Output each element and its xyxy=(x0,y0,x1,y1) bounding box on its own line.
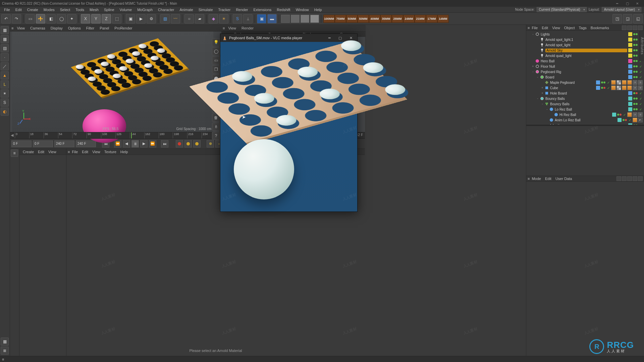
swatch-mode[interactable]: ▦ xyxy=(1,338,9,346)
visibility-dots[interactable] xyxy=(601,81,605,83)
visibility-dots[interactable] xyxy=(633,98,638,100)
render-settings-button[interactable]: ⚙ xyxy=(147,14,156,23)
om-row-hole-board[interactable]: +Hole Board✓ xyxy=(526,90,644,96)
visibility-dots[interactable] xyxy=(633,65,638,67)
visibility-dots[interactable] xyxy=(633,108,638,110)
layer-color-swatch[interactable] xyxy=(628,64,632,68)
visibility-dots[interactable] xyxy=(623,119,627,121)
menu-window[interactable]: Window xyxy=(293,7,312,13)
key-pos[interactable]: ⊕ xyxy=(207,140,214,147)
viewport-canvas[interactable]: Y X Z FPS : 56.5 Grid Spacing : 1000 cm xyxy=(12,32,213,132)
render-flag[interactable]: ✓ xyxy=(628,118,632,122)
om-menu-view[interactable]: View xyxy=(550,26,562,30)
rv-hamburger-icon[interactable]: ≡ xyxy=(223,26,225,30)
attr-nav-fwd[interactable] xyxy=(622,176,627,181)
maximize-button[interactable]: ▢ xyxy=(623,1,632,6)
layer-color-swatch[interactable] xyxy=(618,118,622,122)
vlc-maximize-button[interactable]: ▢ xyxy=(336,35,344,41)
expand-toggle[interactable]: - xyxy=(536,97,540,100)
lens-preset-24mm[interactable]: 24MM xyxy=(403,15,415,23)
om-row-anim-lo-rez-ball[interactable]: Anim Lo Rez Ball✓P: xyxy=(526,117,644,123)
material-browser-area[interactable] xyxy=(19,155,66,356)
record-keyframe-button[interactable] xyxy=(176,140,183,147)
menu-modes[interactable]: Modes xyxy=(41,7,57,13)
om-menu-tags[interactable]: Tags xyxy=(577,26,589,30)
layer-color-swatch[interactable] xyxy=(628,48,632,52)
layer-color-swatch[interactable] xyxy=(628,70,632,74)
layer-color-swatch[interactable] xyxy=(628,102,632,106)
layer-color-swatch[interactable] xyxy=(628,38,632,42)
vp-menu-display[interactable]: Display xyxy=(49,26,65,30)
menu-animate[interactable]: Animate xyxy=(177,7,196,13)
add-cube[interactable]: ▧ xyxy=(160,14,170,23)
lock-y[interactable]: Y xyxy=(91,14,101,23)
lens-preset-28mm[interactable]: 28MM xyxy=(392,15,403,23)
om-row-pegboard-rig[interactable]: -Pegboard Rig✓ xyxy=(526,69,644,74)
om-menu-file[interactable]: File xyxy=(530,26,540,30)
om-opt3-icon[interactable] xyxy=(638,25,643,30)
render-flag[interactable]: ✓ xyxy=(639,64,643,68)
layout-dropdown[interactable]: Arnold Layout (User) xyxy=(602,7,641,12)
menu-volume[interactable]: Volume xyxy=(117,7,135,13)
snapping[interactable]: S xyxy=(1,99,9,107)
layer-color-swatch[interactable] xyxy=(612,113,616,117)
add-spline[interactable]: 〰 xyxy=(171,14,180,23)
om-row-board[interactable]: -Board✓ xyxy=(526,74,644,80)
om-row-hero-ball[interactable]: Hero Ball✓ xyxy=(526,58,644,64)
lens-preset-21mm[interactable]: 21MM xyxy=(415,15,426,23)
expand-toggle[interactable]: + xyxy=(540,92,544,95)
vp-menu-panel[interactable]: Panel xyxy=(98,26,111,30)
vp-menu-cameras[interactable]: Cameras xyxy=(28,26,47,30)
menu-character[interactable]: Character xyxy=(155,7,177,13)
vlc-titlebar[interactable]: Pegboard Balls_SM.mov - VLC media player… xyxy=(220,34,357,42)
last-tool[interactable]: ✦ xyxy=(67,14,76,23)
menu-spline[interactable]: Spline xyxy=(101,7,117,13)
layer-color-swatch[interactable] xyxy=(596,80,600,84)
tag-orange[interactable] xyxy=(627,85,632,90)
render-flag[interactable]: ✓ xyxy=(639,70,643,74)
layer-color-swatch[interactable] xyxy=(628,75,632,79)
visibility-dots[interactable] xyxy=(633,71,638,73)
layer-color-swatch[interactable] xyxy=(628,32,632,36)
visibility-dots[interactable] xyxy=(633,92,638,94)
rv-btn-plane[interactable]: ▭ xyxy=(212,56,220,64)
goto-prevkey-button[interactable]: ⏪ xyxy=(114,140,121,147)
vp-menu-view[interactable]: View xyxy=(15,26,27,30)
om-opt2-icon[interactable] xyxy=(633,25,637,30)
expand-toggle[interactable]: - xyxy=(540,102,544,106)
tag-orange[interactable] xyxy=(627,112,632,117)
vlc-window[interactable]: Pegboard Balls_SM.mov - VLC media player… xyxy=(220,34,358,212)
add-null[interactable]: ○ xyxy=(184,14,194,23)
render-pv-button[interactable]: ▶ xyxy=(136,14,146,23)
expand-toggle[interactable]: - xyxy=(531,70,535,73)
om-row-lo-rez-ball[interactable]: -Lo Rez Ball✓ xyxy=(526,107,644,112)
expand-toggle[interactable]: - xyxy=(531,33,535,36)
render-flag[interactable]: ✓ xyxy=(639,102,643,106)
add-env[interactable]: ☀ xyxy=(219,14,228,23)
om-menu-edit[interactable]: Edit xyxy=(540,26,550,30)
mb-menu-view[interactable]: View xyxy=(46,150,58,154)
tag-q[interactable]: ? xyxy=(633,80,637,85)
vlc-minimize-button[interactable]: ━ xyxy=(325,35,334,41)
tweak-mode[interactable]: ✶ xyxy=(1,89,9,98)
expand-toggle[interactable]: + xyxy=(531,65,535,68)
attr-menu-edit[interactable]: Edit xyxy=(543,177,553,181)
layer-color-swatch[interactable] xyxy=(628,91,632,95)
timeline-rangestart-field[interactable]: 0 F xyxy=(33,140,53,147)
menu-tracker[interactable]: Tracker xyxy=(216,7,233,13)
render-flag[interactable]: ✓ xyxy=(606,86,610,90)
rv-btn-drop[interactable]: 🕯 xyxy=(212,123,220,131)
mb-menu-create[interactable]: Create xyxy=(21,150,36,154)
layer-mode[interactable]: ≣ xyxy=(1,347,9,355)
grey-swatch-1[interactable] xyxy=(281,15,290,23)
om-row-floor-null[interactable]: +Floor Null✓ xyxy=(526,64,644,69)
visibility-dots[interactable] xyxy=(633,103,638,105)
tag-q[interactable]: ? xyxy=(638,80,643,85)
lens-preset-17mm[interactable]: 17MM xyxy=(426,15,437,23)
menu-file[interactable]: File xyxy=(1,7,13,13)
primitive-cube[interactable]: ▣ xyxy=(257,14,266,23)
menu-extensions[interactable]: Extensions xyxy=(251,7,274,13)
lens-preset-14mm[interactable]: 14MM xyxy=(437,15,449,23)
texture-mode[interactable]: ▩ xyxy=(1,35,9,43)
lens-preset-40mm[interactable]: 40MM xyxy=(369,15,380,23)
